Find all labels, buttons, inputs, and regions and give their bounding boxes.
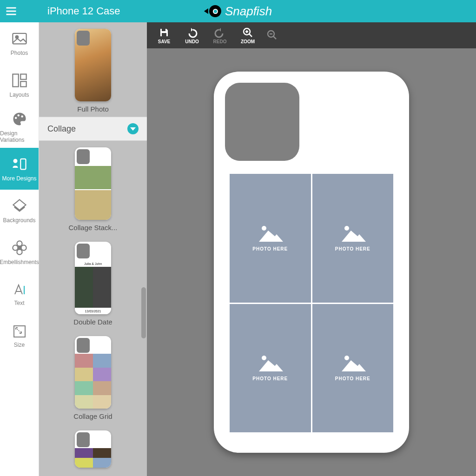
layouts-icon bbox=[11, 72, 28, 89]
section-title: Collage bbox=[47, 124, 76, 134]
design-thumb bbox=[75, 336, 111, 409]
phone-case-preview[interactable]: PHOTO HERE PHOTO HERE PHOTO HERE PHOTO H… bbox=[214, 72, 409, 453]
svg-point-8 bbox=[14, 117, 17, 119]
photos-icon bbox=[11, 30, 28, 47]
rail-label: Backgrounds bbox=[3, 217, 35, 224]
rail-item-backgrounds[interactable]: Backgrounds bbox=[0, 190, 39, 231]
zoom-out-button bbox=[265, 29, 279, 41]
svg-rect-23 bbox=[162, 33, 166, 36]
svg-point-14 bbox=[17, 241, 22, 246]
more-designs-icon bbox=[11, 156, 28, 172]
svg-rect-6 bbox=[20, 74, 26, 79]
design-thumb bbox=[75, 147, 111, 220]
save-button[interactable]: SAVE bbox=[153, 27, 175, 44]
svg-point-9 bbox=[17, 114, 20, 117]
photo-slot[interactable]: PHOTO HERE bbox=[230, 304, 311, 433]
rail-label: Photos bbox=[11, 50, 28, 56]
svg-line-29 bbox=[273, 36, 276, 39]
hamburger-icon bbox=[5, 5, 18, 18]
chevron-down-icon bbox=[127, 123, 139, 134]
image-placeholder-icon bbox=[342, 225, 364, 242]
design-item-full-photo[interactable]: Full Photo bbox=[39, 22, 147, 117]
undo-button[interactable]: UNDO bbox=[181, 27, 203, 44]
rail-label: Text bbox=[14, 300, 24, 306]
design-item-double-date[interactable]: Julia & John 13/03/2021 Double Date bbox=[39, 235, 147, 330]
menu-button[interactable] bbox=[0, 0, 22, 22]
design-label: Full Photo bbox=[77, 105, 109, 113]
photo-grid: PHOTO HERE PHOTO HERE PHOTO HERE PHOTO H… bbox=[230, 174, 393, 432]
rail-label: More Designs bbox=[2, 175, 36, 182]
rail-label: Layouts bbox=[9, 92, 29, 98]
section-header-collage[interactable]: Collage bbox=[39, 117, 147, 141]
design-thumb bbox=[75, 430, 111, 468]
brand-logo[interactable]: Snapfish bbox=[204, 4, 272, 19]
tool-label: REDO bbox=[213, 39, 227, 44]
canvas[interactable]: PHOTO HERE PHOTO HERE PHOTO HERE PHOTO H… bbox=[147, 48, 476, 476]
slot-label: PHOTO HERE bbox=[252, 376, 288, 381]
embellishments-icon bbox=[11, 239, 28, 256]
svg-point-12 bbox=[14, 160, 15, 161]
editor-area: SAVE UNDO REDO ZOOM bbox=[147, 22, 476, 476]
svg-rect-7 bbox=[20, 81, 26, 86]
photo-slot[interactable]: PHOTO HERE bbox=[312, 304, 394, 433]
svg-rect-22 bbox=[162, 29, 165, 31]
camera-cutout bbox=[225, 83, 299, 161]
save-icon bbox=[159, 27, 170, 38]
rail-item-embellishments[interactable]: Embellishments bbox=[0, 231, 39, 273]
slot-label: PHOTO HERE bbox=[335, 246, 370, 251]
svg-rect-5 bbox=[13, 74, 18, 87]
svg-point-18 bbox=[18, 246, 21, 250]
panel-scrollbar[interactable] bbox=[141, 287, 146, 338]
design-item-collage-stack[interactable]: Collage Stack... bbox=[39, 141, 147, 235]
svg-point-17 bbox=[13, 245, 18, 250]
svg-point-4 bbox=[15, 36, 18, 39]
tool-rail: Photos Layouts Design Variations bbox=[0, 22, 39, 476]
image-placeholder-icon bbox=[259, 225, 281, 242]
svg-point-10 bbox=[21, 115, 23, 118]
image-placeholder-icon bbox=[259, 355, 281, 371]
photo-slot[interactable]: PHOTO HERE bbox=[230, 174, 311, 303]
redo-button: REDO bbox=[209, 27, 231, 44]
rail-item-text[interactable]: Text bbox=[0, 273, 39, 315]
design-item-collage-grid[interactable]: Collage Grid bbox=[39, 330, 147, 424]
zoom-in-icon bbox=[242, 27, 253, 38]
design-thumb: Julia & John 13/03/2021 bbox=[75, 242, 111, 314]
thumb-caption-bottom: 13/03/2021 bbox=[75, 308, 111, 314]
design-item-partial[interactable] bbox=[39, 424, 147, 468]
redo-icon bbox=[214, 27, 225, 38]
design-label: Collage Grid bbox=[73, 412, 112, 420]
tool-label: SAVE bbox=[158, 39, 171, 44]
thumb-caption-top: Julia & John bbox=[75, 260, 111, 267]
rail-item-more-designs[interactable]: More Designs bbox=[0, 148, 39, 190]
rail-item-photos[interactable]: Photos bbox=[0, 22, 39, 64]
designs-panel: Full Photo Collage Collage Stack... Juli… bbox=[39, 22, 147, 476]
rail-item-size[interactable]: Size bbox=[0, 315, 39, 357]
photo-slot[interactable]: PHOTO HERE bbox=[312, 174, 394, 303]
rail-item-layouts[interactable]: Layouts bbox=[0, 64, 39, 106]
svg-line-25 bbox=[249, 34, 252, 37]
design-thumb bbox=[75, 29, 111, 101]
app-header: iPhone 12 Case Snapfish bbox=[0, 0, 476, 22]
product-title: iPhone 12 Case bbox=[47, 5, 120, 17]
editor-toolbar: SAVE UNDO REDO ZOOM bbox=[147, 22, 476, 48]
svg-point-16 bbox=[17, 249, 22, 254]
fish-icon bbox=[204, 5, 221, 17]
svg-rect-3 bbox=[13, 33, 26, 44]
zoom-in-button[interactable]: ZOOM bbox=[237, 27, 258, 44]
text-icon bbox=[12, 282, 27, 297]
svg-rect-13 bbox=[20, 159, 26, 170]
slot-label: PHOTO HERE bbox=[335, 376, 370, 381]
rail-label: Embellishments bbox=[0, 259, 39, 265]
design-label: Collage Stack... bbox=[68, 224, 117, 231]
brand-name: Snapfish bbox=[225, 4, 272, 19]
rail-label: Size bbox=[14, 342, 25, 348]
backgrounds-icon bbox=[11, 198, 28, 214]
palette-icon bbox=[11, 111, 28, 127]
svg-point-15 bbox=[21, 245, 26, 250]
image-placeholder-icon bbox=[342, 355, 364, 371]
rail-item-design-variations[interactable]: Design Variations bbox=[0, 106, 39, 148]
size-icon bbox=[12, 324, 27, 339]
undo-icon bbox=[186, 27, 198, 38]
zoom-out-icon bbox=[266, 29, 278, 40]
tool-label: UNDO bbox=[185, 39, 198, 44]
